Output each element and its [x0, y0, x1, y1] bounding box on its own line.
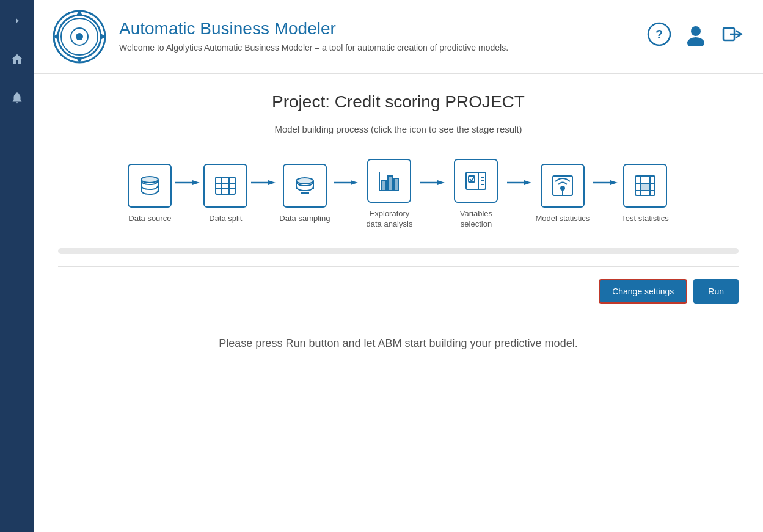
pipeline-step-data-source[interactable]: Data source [128, 164, 172, 224]
divider-2 [58, 322, 739, 322]
arrow-2 [251, 175, 276, 191]
logo [52, 9, 107, 64]
main-content: Automatic Business Modeler Welcome to Al… [34, 0, 763, 532]
content-area: Project: Credit scoring PROJECT Model bu… [34, 74, 763, 371]
action-buttons: Change settings Run [58, 279, 739, 304]
svg-point-26 [296, 178, 313, 184]
svg-marker-25 [268, 180, 276, 185]
svg-marker-38 [437, 180, 445, 185]
arrow-3 [334, 175, 358, 191]
pipeline-step-data-sampling[interactable]: Data sampling [279, 164, 330, 224]
arrow-4 [420, 175, 445, 191]
test-stats-label: Test statistics [621, 214, 668, 224]
svg-rect-57 [640, 183, 650, 191]
svg-rect-35 [388, 176, 392, 191]
svg-marker-51 [610, 180, 618, 185]
progress-bar-track [58, 248, 739, 254]
variables-icon-box [454, 159, 498, 203]
svg-marker-18 [192, 180, 200, 185]
svg-rect-34 [382, 181, 386, 191]
svg-rect-19 [216, 177, 235, 194]
svg-point-11 [687, 37, 704, 46]
exploratory-label: Exploratory data analysis [362, 209, 417, 230]
svg-text:?: ? [655, 27, 663, 41]
model-stats-label: Model statistics [535, 214, 590, 224]
arrow-6 [593, 175, 618, 191]
pipeline: Data source [58, 159, 739, 230]
arrow-1 [175, 175, 200, 191]
process-subtitle: Model building process (click the icon t… [58, 124, 739, 134]
data-source-icon-box [128, 164, 172, 208]
user-icon[interactable] [684, 22, 708, 52]
data-sampling-icon-box [283, 164, 327, 208]
svg-point-3 [76, 33, 83, 40]
svg-point-48 [561, 186, 564, 190]
divider-1 [58, 266, 739, 267]
exploratory-icon-box [367, 159, 411, 203]
bottom-message: Please press Run button and let ABM star… [58, 335, 739, 352]
test-stats-icon-box [623, 164, 667, 208]
progress-area [58, 248, 739, 254]
app-subtitle: Welcome to Algolytics Automatic Business… [119, 42, 635, 54]
pipeline-step-data-split[interactable]: Data split [203, 164, 247, 224]
run-button[interactable]: Run [693, 279, 739, 304]
pipeline-step-variables[interactable]: Variables selection [448, 159, 503, 230]
data-sampling-label: Data sampling [279, 214, 330, 224]
pipeline-step-exploratory[interactable]: Exploratory data analysis [362, 159, 417, 230]
svg-rect-36 [394, 178, 398, 191]
help-icon[interactable]: ? [647, 22, 671, 52]
arrow-5 [507, 175, 531, 191]
logout-icon[interactable] [720, 22, 745, 52]
variables-label: Variables selection [448, 209, 503, 230]
change-settings-button[interactable]: Change settings [599, 279, 687, 304]
data-split-label: Data split [209, 214, 242, 224]
sidebar-arrow-icon[interactable] [5, 9, 29, 35]
data-source-label: Data source [128, 214, 171, 224]
header: Automatic Business Modeler Welcome to Al… [34, 0, 763, 74]
header-actions: ? [647, 22, 745, 52]
sidebar-home-icon[interactable] [5, 48, 29, 74]
svg-point-10 [691, 26, 701, 36]
svg-marker-46 [524, 180, 531, 185]
pipeline-step-test-stats[interactable]: Test statistics [621, 164, 668, 224]
svg-marker-31 [351, 180, 358, 185]
pipeline-step-model-stats[interactable]: Model statistics [535, 164, 590, 224]
header-text: Automatic Business Modeler Welcome to Al… [119, 19, 635, 54]
svg-point-14 [141, 177, 158, 183]
sidebar-bell-icon[interactable] [5, 86, 29, 112]
sidebar [0, 0, 34, 532]
app-title: Automatic Business Modeler [119, 19, 635, 38]
project-title: Project: Credit scoring PROJECT [58, 92, 739, 112]
model-stats-icon-box [541, 164, 585, 208]
data-split-icon-box [203, 164, 247, 208]
